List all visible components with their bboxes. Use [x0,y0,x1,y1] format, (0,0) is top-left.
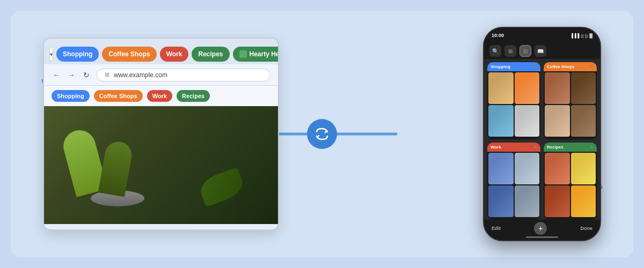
browser-tabs: ▾ Shopping Coffee Shops Work Recipes Hea… [44,39,278,64]
phone-group-coffee-header: Coffee Shops ✕ [544,62,597,71]
phone-device: 10:00 ▐▐▐ ((·)) ▓ 🔍 ⊞ ⊡ 📖 Shopping ✕ [483,27,601,241]
tab-work[interactable]: Work [160,47,189,62]
thumb-shopping-3 [488,105,514,137]
thumb-work-1 [488,153,514,184]
phone-group-shopping-header: Shopping ✕ [487,62,540,71]
back-button[interactable]: ← [52,70,61,80]
close-work-button[interactable]: ✕ [533,145,537,150]
wifi-icon: ((·)) [581,33,588,38]
scene: ▾ Shopping Coffee Shops Work Recipes Hea… [11,11,633,257]
phone-group-work-thumbs [487,152,540,218]
thumb-coffee-3 [545,105,570,137]
battery-icon: ▓ [589,33,592,38]
phone-group-work: Work ✕ [487,143,540,220]
food-stone-decoration [91,190,144,206]
thumb-recipes-1 [545,153,570,184]
hearty-icon [239,50,247,58]
tab-recipes[interactable]: Recipes [192,47,229,62]
tab-hearty[interactable]: Hearty Herb [233,47,280,62]
phone-status-icons: ▐▐▐ ((·)) ▓ [570,33,592,38]
phone-home-indicator [526,236,558,238]
close-recipes-button[interactable]: ✕ [590,145,594,150]
phone-tabs-icon[interactable]: ⊡ [519,45,531,57]
forward-button[interactable]: → [67,70,76,80]
tab-dropdown-button[interactable]: ▾ [49,47,53,61]
browser-device: ▾ Shopping Coffee Shops Work Recipes Hea… [43,38,279,230]
thumb-recipes-4 [571,185,596,217]
tab-groups-row: Shopping Coffee Shops Work Recipes [44,86,278,106]
browser-addressbar: ← → ↻ ⊞ www.example.com [44,64,278,86]
address-bar[interactable]: ⊞ www.example.com [97,69,270,81]
thumb-coffee-2 [571,72,596,104]
phone-group-recipes: Recipes ✕ [544,143,597,220]
thumb-recipes-3 [545,185,570,217]
phone-grid-icon[interactable]: ⊞ [504,45,516,57]
tab-shopping[interactable]: Shopping [56,47,99,62]
close-coffee-button[interactable]: ✕ [590,64,594,69]
phone-search-icon[interactable]: 🔍 [489,45,501,57]
phone-group-coffee: Coffee Shops ✕ [544,62,597,139]
thumb-shopping-4 [515,105,540,137]
food-leaf-decoration [196,167,246,207]
tab-coffee[interactable]: Coffee Shops [102,47,156,62]
tg-badge-coffee[interactable]: Coffee Shops [94,90,143,102]
sync-icon [313,125,331,143]
thumb-work-3 [488,185,514,217]
signal-icon: ▐▐▐ [570,33,579,38]
thumb-recipes-2 [571,153,596,184]
phone-group-shopping-thumbs [487,71,540,138]
phone-edit-label[interactable]: Edit [492,226,501,231]
phone-group-recipes-thumbs [544,152,597,218]
close-shopping-button[interactable]: ✕ [533,64,537,69]
phone-group-coffee-thumbs [544,71,597,138]
thumb-shopping-1 [488,72,514,104]
phone-add-button[interactable]: + [534,222,547,235]
phone-tabs-grid: Shopping ✕ Coffee Shops ✕ [484,59,600,223]
thumb-coffee-4 [571,105,596,137]
phone-time: 10:00 [492,33,504,38]
tg-badge-shopping[interactable]: Shopping [52,90,90,102]
thumb-work-2 [515,153,540,184]
tg-badge-recipes[interactable]: Recipes [177,90,210,102]
thumb-work-4 [515,185,540,217]
reload-button[interactable]: ↻ [82,70,91,80]
phone-done-label[interactable]: Done [581,226,593,231]
thumb-coffee-1 [545,72,570,104]
phone-status-bar: 10:00 ▐▐▐ ((·)) ▓ [484,28,600,43]
phone-toolbar: 🔍 ⊞ ⊡ 📖 [484,43,600,59]
browser-content [44,106,278,224]
phone-group-work-header: Work ✕ [487,143,540,152]
phone-group-shopping: Shopping ✕ [487,62,540,139]
sync-arrow-button[interactable] [307,119,337,149]
food-image [44,106,278,224]
phone-group-recipes-header: Recipes ✕ [544,143,597,152]
phone-book-icon[interactable]: 📖 [535,45,546,57]
thumb-shopping-2 [515,72,540,104]
tg-badge-work[interactable]: Work [147,90,172,102]
